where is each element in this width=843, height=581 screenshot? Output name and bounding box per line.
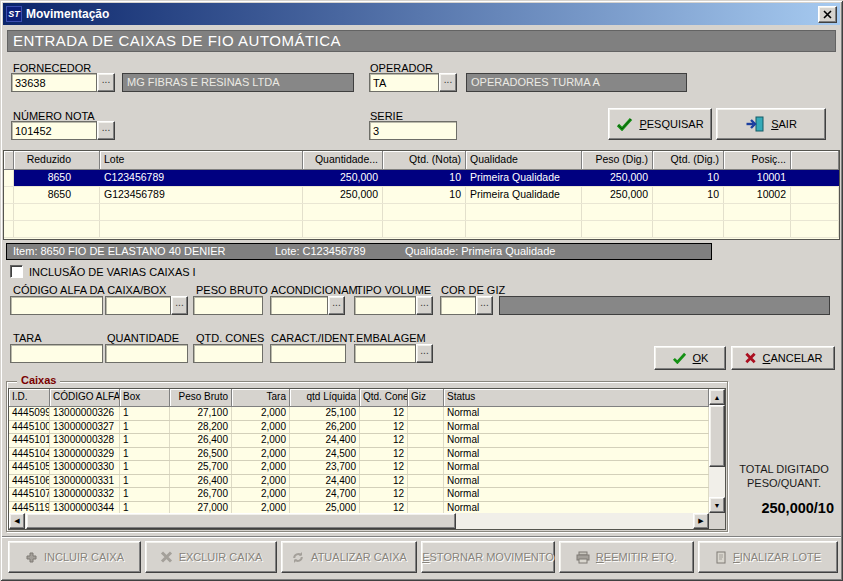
grid-cell [14,204,100,220]
grid-cell: 250,000 [582,187,653,203]
tara-input[interactable] [10,344,103,363]
fornecedor-input[interactable] [11,73,97,92]
embalagem-input[interactable] [354,344,416,363]
grid-cell: 250,000 [303,187,383,203]
caixas-cell: 12 [360,407,408,420]
caixas-cell: 2,000 [232,475,290,488]
scroll-left-button[interactable]: ◀ [9,513,25,529]
embalagem-lookup-button[interactable]: ... [416,344,433,363]
lot-row[interactable]: 8650C123456789250,00010Primeira Qualidad… [4,170,839,187]
grid-filler-cell [791,187,839,203]
caixas-cell: 26,400 [170,434,232,447]
caixa-row[interactable]: 444511913000000344127,0002,00025,00012No… [9,502,709,514]
grid-header-cell: Posiç... [724,151,791,170]
grid-cell [383,204,466,220]
caixas-cell [408,488,444,501]
numero-nota-input[interactable] [11,121,97,140]
caixa-row[interactable]: 444510013000000327128,2002,00026,20012No… [9,421,709,435]
caixas-cell: 4445106 [9,475,50,488]
button-label: ATUALIZAR CAIXA [311,551,407,563]
caixas-cell: 13000000344 [50,502,120,514]
finalizar-lote-button[interactable]: FINALIZAR LOTE [698,541,838,573]
printer-icon [576,551,590,564]
caixas-cell [408,434,444,447]
tipo-volume-lookup-button[interactable]: ... [416,296,433,315]
sair-button[interactable]: SAIR [716,108,826,140]
caixas-cell: 4445101 [9,434,50,447]
caixa-row[interactable]: 444510513000000330125,7002,00023,70012No… [9,461,709,475]
lot-row[interactable]: 8650G123456789250,00010Primeira Qualidad… [4,187,839,204]
hscroll-thumb[interactable] [26,513,456,529]
caixas-cell: 26,500 [170,448,232,461]
caixas-cell: 28,200 [170,421,232,434]
caract-ident-input[interactable] [270,344,346,363]
cor-de-giz-lookup-button[interactable]: ... [476,296,493,315]
grid-cell [466,204,582,220]
grid-cell [4,204,14,220]
arrow-up-icon: ▲ [714,394,721,401]
tipo-volume-input[interactable] [354,296,416,315]
caixas-cell: 2,000 [232,461,290,474]
incluir-caixa-button[interactable]: INCLUIR CAIXA [8,541,141,573]
inclusao-varias-caixas-checkbox[interactable] [10,265,23,278]
codigo-alfa-input[interactable] [10,296,103,315]
caixas-cell: Normal [444,461,709,474]
qtd-cones-input[interactable] [193,344,263,363]
refresh-icon [291,551,305,564]
caixas-cell: 27,000 [170,502,232,514]
caixas-cell: 13000000329 [50,448,120,461]
exit-door-icon [745,116,765,132]
acondicionam-input[interactable] [270,296,328,315]
grid-cell: 10 [383,187,466,203]
grid-cell: C123456789 [100,170,303,186]
caixas-cell: 1 [120,448,170,461]
ok-label: OK [693,352,709,364]
caixas-cell: 13000000327 [50,421,120,434]
caixa-row[interactable]: 444509913000000326127,1002,00025,10012No… [9,407,709,421]
x-icon [160,551,173,563]
numero-nota-lookup-button[interactable]: ... [97,121,115,140]
caixas-cell: 1 [120,475,170,488]
caixas-cell: 12 [360,475,408,488]
caixas-cell: 4445104 [9,448,50,461]
button-label: ESTORNAR MOVIMENTO [422,551,554,563]
scroll-up-button[interactable]: ▲ [709,389,725,405]
box-lookup-button[interactable]: ... [171,296,188,315]
operador-input[interactable] [369,73,439,92]
caixas-cell: 2,000 [232,448,290,461]
peso-bruto-input[interactable] [193,296,263,315]
caixa-row[interactable]: 444510613000000331126,4002,00024,40012No… [9,475,709,489]
close-button[interactable] [818,6,837,23]
caixas-header-cell: Peso Bruto [170,389,232,407]
peso-bruto-label: PESO BRUTO [196,284,268,296]
caixas-cell: 23,700 [290,461,360,474]
acondicionam-lookup-button[interactable]: ... [328,296,345,315]
grid-cell [653,204,724,220]
caixas-cell: 26,700 [170,488,232,501]
vscroll-thumb[interactable] [709,405,725,467]
pesquisar-button[interactable]: PESQUISAR [608,108,712,140]
grid-cell [724,204,791,220]
cancelar-label: CANCELAR [763,352,823,364]
bottom-divider [2,536,841,538]
caixa-row[interactable]: 444510413000000329126,5002,00024,50012No… [9,448,709,462]
operador-name-field: OPERADORES TURMA A [466,73,687,92]
caixa-row[interactable]: 444510113000000328126,4002,00024,40012No… [9,434,709,448]
serie-input[interactable] [369,121,457,140]
cancelar-button[interactable]: CANCELAR [731,346,835,370]
atualizar-caixa-button[interactable]: ATUALIZAR CAIXA [281,541,417,573]
ok-button[interactable]: OK [654,346,726,370]
grid-cell: 10002 [724,187,791,203]
operador-lookup-button[interactable]: ... [439,73,457,92]
estornar-movimento-button[interactable]: ESTORNAR MOVIMENTO [421,541,555,573]
cor-de-giz-input[interactable] [440,296,476,315]
grid-cell [4,221,14,237]
fornecedor-lookup-button[interactable]: ... [97,73,115,92]
reemitir-etq--button[interactable]: REEMITIR ETQ. [559,541,694,573]
quantidade-input[interactable] [105,344,188,363]
caixa-row[interactable]: 444510713000000332126,7002,00024,70012No… [9,488,709,502]
caixas-cell: Normal [444,475,709,488]
grid-cell: 8650 [14,170,100,186]
excluir-caixa-button[interactable]: EXCLUIR CAIXA [145,541,277,573]
box-input[interactable] [105,296,171,315]
